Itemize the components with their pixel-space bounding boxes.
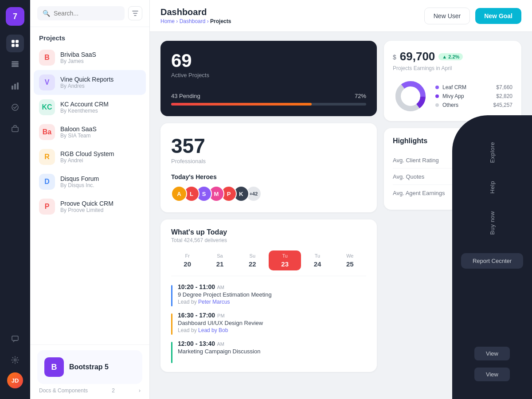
nav-icon-grid[interactable] [6,35,24,52]
cal-day-name: Su [250,253,255,258]
legend-label: Mivy App [442,93,464,99]
earnings-legend: Leaf CRM $7,660 Mivy App $2,820 Others $… [435,84,512,108]
nav-icon-bar-chart[interactable] [6,77,24,95]
svg-rect-3 [16,44,19,47]
explore-tab[interactable]: Explore [484,133,501,172]
project-logo: KC [39,99,55,115]
cal-day-name: Tu [282,253,287,258]
event-lead-link[interactable]: Lead by Bob [198,327,228,333]
event-lead-link[interactable]: Peter Marcus [198,299,230,305]
breadcrumb-dashboard[interactable]: Dashboard [180,18,206,24]
event-description: Dashboard UI/UX Design Review [178,320,263,326]
nav-avatar[interactable]: 7 [6,7,24,26]
header-left: Dashboard Home › Dashboard › Projects [160,7,231,24]
professionals-number: 357 [171,134,366,158]
search-input-wrap[interactable]: 🔍 [37,6,125,20]
buy-now-tab[interactable]: Buy now [484,202,501,243]
nav-icon-settings[interactable] [6,351,24,369]
help-tab[interactable]: Help [484,172,501,203]
search-input[interactable] [54,10,119,17]
project-item-4[interactable]: R RGB Cloud System By Andrei [34,145,146,169]
calendar-day-25[interactable]: We 25 [334,250,366,270]
cal-day-name: Fr [185,253,189,258]
legend-item: Leaf CRM $7,660 [435,84,512,90]
new-user-button[interactable]: New User [424,8,470,24]
project-name: Briviba SaaS [60,51,96,58]
project-info: Briviba SaaS By James [60,51,96,64]
project-info: RGB Cloud System By Andrei [60,150,114,164]
cal-day-name: Tu [315,253,320,258]
progress-label-row: 43 Pending 72% [171,93,366,99]
hero-avatar-0: A [171,186,187,202]
filter-button[interactable] [128,6,142,20]
user-avatar-nav[interactable]: JD [7,372,23,388]
calendar-day-21[interactable]: Sa 21 [203,250,236,270]
project-name: RGB Cloud System [60,150,114,157]
project-item-2[interactable]: KC KC Account CRM By Keenthemes [34,95,146,120]
event-line [171,285,172,306]
project-info: Vine Quick Reports By Andres [60,76,113,89]
sidebar-search-area: 🔍 [30,0,149,27]
legend-dot [435,94,439,98]
view-button-2[interactable]: View [474,368,510,381]
project-logo: V [39,74,55,90]
bootstrap-logo: B [44,357,64,377]
project-item-6[interactable]: P Proove Quick CRM By Proove Limited [34,194,146,219]
project-item-1[interactable]: V Vine Quick Reports By Andres [34,70,146,95]
legend-item: Others $45,257 [435,102,512,108]
project-logo: R [39,149,55,165]
svg-rect-7 [12,86,13,90]
legend-amount: $7,660 [496,84,512,90]
calendar-day-23[interactable]: Tu 23 [269,250,301,270]
cal-day-num: 25 [346,260,354,268]
sidebar-bottom: B Bootstrap 5 Docs & Components 2 › [30,344,149,399]
bootstrap-label: Bootstrap 5 [69,363,109,371]
cal-day-name: Sa [217,253,223,258]
view-button-1[interactable]: View [474,347,510,360]
docs-arrow[interactable]: › [139,387,141,394]
calendar-day-20[interactable]: Fr 20 [171,250,203,270]
calendar-day-24[interactable]: Tu 24 [301,250,333,270]
svg-point-13 [14,359,16,361]
projects-title: Projects [30,27,149,45]
bootstrap-card[interactable]: B Bootstrap 5 [37,350,142,384]
svg-rect-8 [14,84,16,90]
project-item-0[interactable]: B Briviba SaaS By James [34,45,146,70]
svg-rect-12 [12,336,18,340]
svg-rect-5 [12,65,19,67]
calendar-day-22[interactable]: Su 22 [236,250,269,270]
svg-rect-0 [12,40,15,43]
project-by: By Disqus Inc. [60,182,99,188]
donut-section: Leaf CRM $7,660 Mivy App $2,820 Others $… [393,78,512,114]
nav-icon-check[interactable] [6,98,24,116]
earnings-dollar: $ [393,54,396,61]
svg-rect-9 [17,82,19,90]
earnings-top: $ 69,700 ▲ 2.2% [393,50,512,63]
project-by: By SIA Team [60,133,97,139]
project-info: Baloon SaaS By SIA Team [60,125,97,139]
active-projects-card: 69 Active Projects 43 Pending 72% [160,41,377,116]
project-item-3[interactable]: Ba Baloon SaaS By SIA Team [34,120,146,145]
project-logo: D [39,174,55,190]
project-item-5[interactable]: D Disqus Forum By Disqus Inc. [34,169,146,194]
new-goal-button[interactable]: New Goal [475,8,521,24]
breadcrumb-sep2: › [207,18,210,24]
event-line [171,313,172,335]
project-name: Baloon SaaS [60,125,97,133]
progress-bar-bg [171,103,366,106]
today-title: What's up Today [171,228,366,236]
nav-icon-briefcase[interactable] [6,120,24,137]
main-wrapper: Dashboard Home › Dashboard › Projects Ne… [150,0,532,399]
legend-item: Mivy App $2,820 [435,93,512,99]
report-center-button[interactable]: Report Cecnter [461,253,523,269]
event-ampm: AM [216,341,224,347]
progress-pct: 72% [355,93,366,99]
nav-icon-message[interactable] [6,330,24,348]
cal-day-num: 20 [184,260,191,268]
nav-icon-layers[interactable] [6,56,24,74]
breadcrumb-home[interactable]: Home [160,18,175,24]
donut-chart [393,78,428,114]
legend-label: Leaf CRM [442,84,466,90]
legend-dot [435,103,439,107]
earnings-subtitle: Projects Earnings in April [393,65,512,71]
